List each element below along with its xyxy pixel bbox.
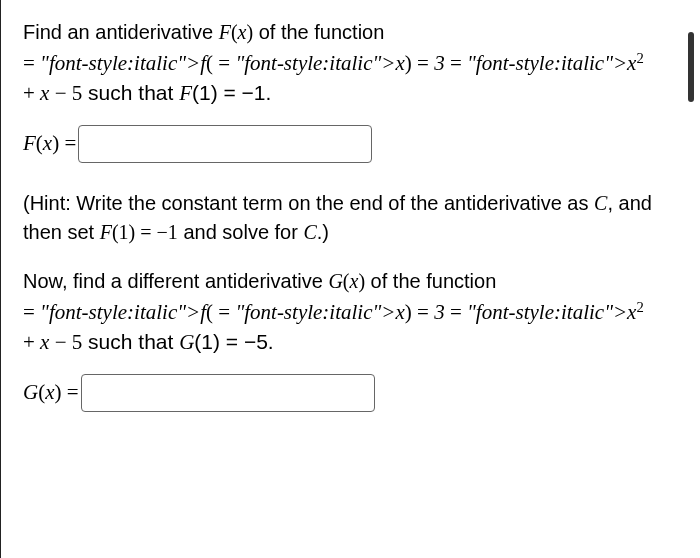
- q1-prompt: Find an antiderivative F(x) of the funct…: [23, 18, 660, 109]
- q1-func-rest: + x − 5 such that F(1) = −1.: [23, 81, 271, 105]
- q1-lhs: F(x) =: [23, 131, 76, 156]
- q1-function: = "font-style:italic">f( = "font-style:i…: [23, 51, 644, 105]
- q2-func-exp: 2: [636, 299, 643, 315]
- q2-prompt: Now, find a different antiderivative G(x…: [23, 267, 660, 358]
- q2-func-rest: + x − 5 such that G(1) = −5.: [23, 330, 274, 354]
- q2-lhs: G(x) =: [23, 380, 79, 405]
- q2-line1: Now, find a different antiderivative G(x…: [23, 270, 496, 292]
- q1-func-exp: 2: [636, 50, 643, 66]
- question-container: Find an antiderivative F(x) of the funct…: [0, 0, 682, 558]
- hint-text: (Hint: Write the constant term on the en…: [23, 189, 660, 247]
- q2-answer-row: G(x) =: [23, 374, 660, 412]
- q2-func-prefix: = "font-style:italic">f( = "font-style:i…: [23, 300, 636, 324]
- q1-answer-row: F(x) =: [23, 125, 660, 163]
- f-of-x-input[interactable]: [78, 125, 372, 163]
- vertical-scrollbar[interactable]: [688, 32, 694, 102]
- q1-line1: Find an antiderivative F(x) of the funct…: [23, 21, 384, 43]
- q1-func-prefix: = "font-style:italic">f( = "font-style:i…: [23, 51, 636, 75]
- g-of-x-input[interactable]: [81, 374, 375, 412]
- q2-function: = "font-style:italic">f( = "font-style:i…: [23, 300, 644, 354]
